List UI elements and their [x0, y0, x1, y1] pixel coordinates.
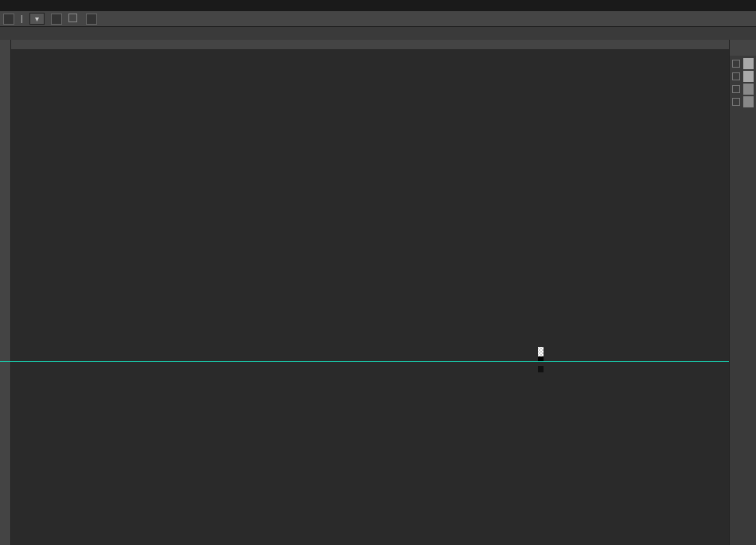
zoom-field[interactable]: ▾	[29, 13, 45, 25]
layer-icon	[743, 58, 754, 69]
options-icon[interactable]	[86, 14, 97, 25]
pixel-selection	[538, 347, 544, 356]
checkbox-icon	[732, 60, 740, 68]
ruler-horizontal	[11, 40, 756, 50]
guide-line[interactable]	[0, 361, 729, 362]
options-bar: | ▾	[0, 11, 756, 27]
menubar[interactable]	[0, 0, 756, 11]
tool-preset-icon[interactable]	[3, 14, 14, 25]
checkbox-icon	[68, 14, 77, 22]
canvas-area[interactable]	[11, 50, 729, 545]
history-item[interactable]	[732, 84, 754, 95]
pencil-icon	[743, 84, 754, 95]
auto-erase-option[interactable]	[68, 14, 80, 24]
history-item[interactable]	[732, 96, 754, 107]
panel-body	[730, 56, 756, 110]
checkbox-icon	[732, 98, 740, 106]
checkbox-icon	[732, 85, 740, 93]
ruler-vertical	[0, 40, 11, 545]
history-item[interactable]	[732, 58, 754, 69]
layer-icon	[743, 71, 754, 82]
checkbox-icon	[732, 72, 740, 80]
pixel-block	[538, 356, 544, 361]
document-tabs[interactable]	[0, 27, 756, 40]
pixel-block	[538, 366, 544, 372]
pencil-icon	[743, 96, 754, 107]
swatch-icon[interactable]	[51, 14, 62, 25]
history-item[interactable]	[732, 71, 754, 82]
history-panel[interactable]	[729, 40, 756, 545]
panel-title[interactable]	[730, 40, 756, 56]
options-divider: |	[21, 14, 23, 23]
